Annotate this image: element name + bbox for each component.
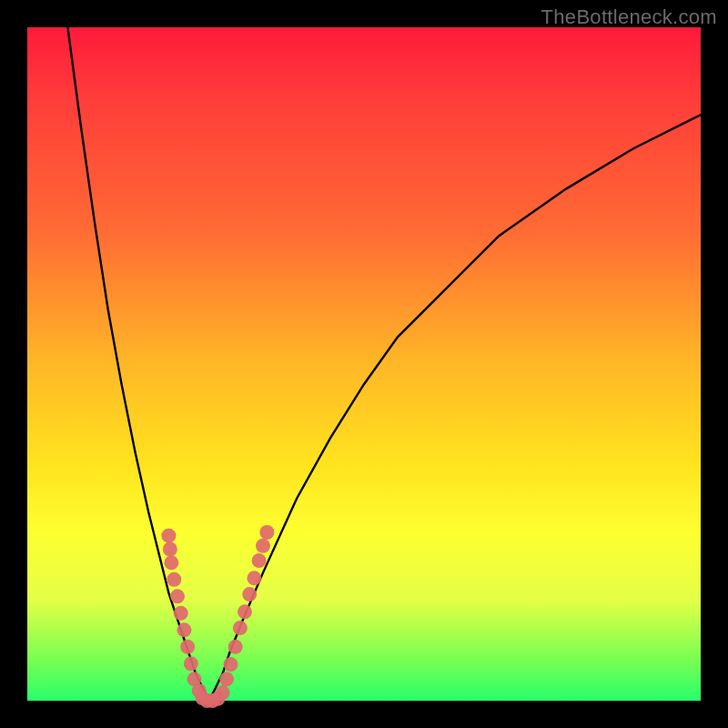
data-marker bbox=[219, 672, 234, 686]
data-marker bbox=[252, 553, 267, 568]
data-marker bbox=[161, 529, 176, 543]
curve-left-branch bbox=[67, 27, 208, 701]
data-marker bbox=[180, 640, 195, 654]
data-marker bbox=[223, 657, 238, 672]
data-marker bbox=[259, 525, 274, 540]
data-marker bbox=[216, 685, 230, 700]
data-marker bbox=[167, 572, 181, 587]
data-marker bbox=[184, 656, 198, 671]
data-marker bbox=[163, 542, 177, 557]
plot-area bbox=[27, 27, 701, 701]
data-marker bbox=[242, 587, 257, 602]
watermark-text: TheBottleneck.com bbox=[541, 5, 717, 29]
chart-svg bbox=[27, 27, 701, 701]
data-marker bbox=[228, 640, 243, 654]
data-marker bbox=[174, 606, 188, 621]
data-marker bbox=[170, 589, 185, 603]
marker-group bbox=[161, 525, 274, 708]
chart-frame: TheBottleneck.com bbox=[0, 0, 728, 728]
data-marker bbox=[238, 604, 252, 619]
data-marker bbox=[177, 622, 191, 637]
data-marker bbox=[233, 621, 248, 635]
curve-right-branch bbox=[209, 115, 701, 701]
data-marker bbox=[164, 555, 178, 570]
data-marker bbox=[256, 539, 270, 553]
data-marker bbox=[247, 571, 261, 585]
